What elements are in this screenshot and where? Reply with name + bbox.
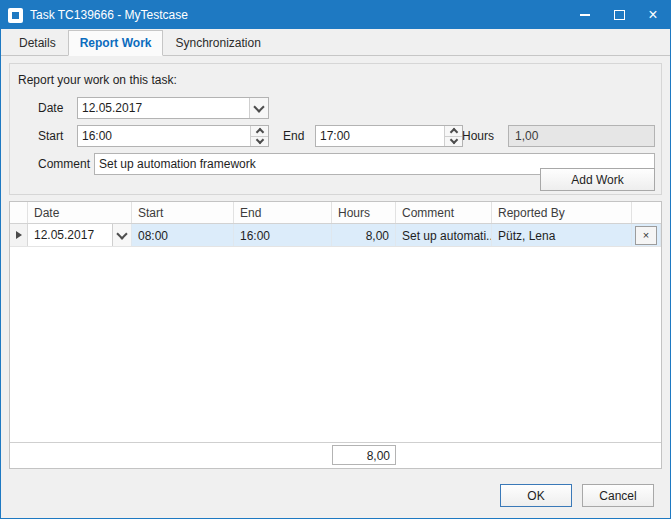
end-time-editor[interactable] [315, 125, 463, 147]
cell-start[interactable]: 08:00 [132, 224, 234, 246]
app-icon-glyph [12, 12, 19, 19]
cell-end[interactable]: 16:00 [234, 224, 332, 246]
minimize-button[interactable] [568, 1, 602, 29]
hours-total-summary: 8,00 [332, 445, 396, 465]
cell-reported-by[interactable]: Pütz, Lena [492, 224, 632, 246]
tab-strip: Details Report Work Synchronization [1, 29, 670, 56]
start-input[interactable] [78, 126, 250, 146]
close-button[interactable]: × [636, 1, 670, 29]
column-header-start[interactable]: Start [132, 202, 234, 223]
end-spin-up-button[interactable] [445, 126, 462, 136]
end-label: End [283, 129, 304, 143]
cell-actions: × [632, 224, 661, 246]
column-header-reported-by[interactable]: Reported By [492, 202, 632, 223]
column-header-date[interactable]: Date [28, 202, 132, 223]
start-label: Start [38, 129, 63, 143]
date-combobox[interactable] [77, 97, 269, 119]
start-spin-up-button[interactable] [251, 126, 268, 136]
dialog-window: Task TC139666 - MyTestcase × Details Rep… [0, 0, 671, 519]
delete-icon: × [643, 229, 649, 241]
panel-heading: Report your work on this task: [18, 73, 177, 87]
start-time-editor[interactable] [77, 125, 269, 147]
hours-value: 1,00 [515, 129, 538, 143]
column-header-hours[interactable]: Hours [332, 202, 396, 223]
window-controls: × [568, 1, 670, 29]
cell-date-value: 12.05.2017 [34, 228, 94, 242]
start-spin-down-button[interactable] [251, 136, 268, 147]
comment-label: Comment [38, 157, 90, 171]
row-indicator-header [10, 202, 28, 223]
report-work-panel: Report your work on this task: Date Star… [9, 63, 662, 195]
window-title: Task TC139666 - MyTestcase [30, 8, 188, 22]
cell-date-dropdown-button[interactable] [112, 224, 131, 246]
tab-report-work[interactable]: Report Work [68, 30, 164, 56]
current-row-arrow-icon [16, 231, 22, 239]
column-header-actions [632, 202, 661, 223]
app-icon [8, 8, 23, 23]
date-input[interactable] [78, 98, 249, 118]
chevron-down-icon [116, 228, 127, 239]
ok-button[interactable]: OK [500, 484, 572, 507]
maximize-button[interactable] [602, 1, 636, 29]
delete-row-button[interactable]: × [635, 226, 657, 245]
work-log-grid: Date Start End Hours Comment Reported By… [9, 201, 662, 469]
cell-hours[interactable]: 8,00 [332, 224, 396, 246]
maximize-icon [614, 10, 625, 20]
titlebar[interactable]: Task TC139666 - MyTestcase × [1, 1, 670, 29]
row-indicator [10, 224, 28, 246]
end-spin-down-button[interactable] [445, 136, 462, 147]
add-work-button[interactable]: Add Work [540, 168, 655, 191]
chevron-down-icon [253, 101, 264, 112]
grid-header-row: Date Start End Hours Comment Reported By [10, 202, 661, 224]
date-label: Date [38, 101, 63, 115]
minimize-icon [580, 14, 590, 16]
start-spinner [250, 126, 268, 146]
hours-field: 1,00 [508, 125, 655, 147]
tab-details[interactable]: Details [7, 30, 68, 56]
end-spinner [444, 126, 462, 146]
chevron-down-icon [255, 136, 263, 144]
tab-synchronization[interactable]: Synchronization [163, 30, 272, 56]
grid-summary-row: 8,00 [10, 442, 661, 468]
column-header-comment[interactable]: Comment [396, 202, 492, 223]
end-input[interactable] [316, 126, 444, 146]
cancel-button[interactable]: Cancel [582, 484, 654, 507]
table-row[interactable]: 12.05.2017 08:00 16:00 8,00 Set up autom… [10, 224, 661, 247]
column-header-end[interactable]: End [234, 202, 332, 223]
hours-label: Hours [462, 129, 494, 143]
cell-comment[interactable]: Set up automati... [396, 224, 492, 246]
chevron-down-icon [449, 136, 457, 144]
cell-date[interactable]: 12.05.2017 [28, 224, 132, 246]
close-icon: × [648, 7, 657, 23]
date-dropdown-button[interactable] [249, 98, 268, 118]
